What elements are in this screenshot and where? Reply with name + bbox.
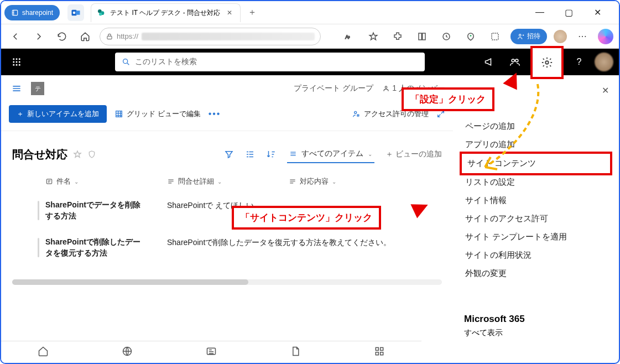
- svg-point-28: [385, 86, 388, 89]
- svg-rect-35: [376, 347, 378, 350]
- nav-news-icon[interactable]: [206, 346, 217, 359]
- settings-item-list-settings[interactable]: リストの設定: [464, 173, 608, 191]
- invite-label: 招待: [527, 32, 540, 41]
- sharepoint-favicon-icon: [97, 8, 106, 17]
- svg-point-21: [13, 64, 14, 66]
- invite-button[interactable]: 招待: [510, 29, 547, 44]
- favorite-button[interactable]: [364, 28, 382, 45]
- svg-point-31: [357, 115, 359, 116]
- text-icon: [45, 178, 53, 185]
- privacy-icon: [87, 150, 96, 159]
- minimize-button[interactable]: ―: [532, 7, 548, 18]
- settings-item-site-contents[interactable]: サイト コンテンツ: [464, 156, 608, 171]
- forward-button[interactable]: [30, 28, 48, 45]
- url-field[interactable]: https://: [100, 28, 321, 45]
- favorite-star-icon[interactable]: [73, 150, 82, 159]
- list-rows: SharePointでデータを削除する方法 SharePointで えてほしい …: [1, 192, 453, 277]
- svg-point-20: [19, 61, 20, 63]
- current-view-dropdown[interactable]: すべてのアイテム ⌄: [287, 145, 374, 163]
- nav-home-icon[interactable]: [38, 346, 49, 359]
- overflow-button[interactable]: •••: [209, 109, 221, 119]
- read-aloud-button[interactable]: A⁾⁾: [340, 28, 358, 45]
- svg-point-17: [19, 58, 20, 60]
- group-type-label: プライベート グループ: [294, 84, 373, 93]
- site-logo[interactable]: テ: [31, 82, 44, 95]
- people-button[interactable]: [505, 52, 525, 72]
- col-response-header[interactable]: 対応内容⌄: [289, 176, 355, 186]
- home-button[interactable]: [76, 28, 94, 45]
- svg-point-26: [515, 59, 518, 62]
- screenshot-button[interactable]: [486, 28, 504, 45]
- svg-point-12: [470, 35, 472, 37]
- more-button[interactable]: ⋯: [574, 28, 591, 45]
- settings-item-apply-template[interactable]: サイト テンプレートを適用: [464, 228, 608, 246]
- app-launcher-button[interactable]: [7, 52, 27, 72]
- megaphone-button[interactable]: [480, 52, 499, 72]
- profile-avatar[interactable]: [554, 30, 567, 43]
- nav-globe-icon[interactable]: [122, 346, 133, 359]
- maximize-button[interactable]: ▢: [560, 7, 577, 18]
- settings-flyout: ✕ ページの追加 アプリの追加 サイト コンテンツ リストの設定 サイト情報 サ…: [453, 75, 619, 344]
- window-controls: ― ▢ ✕: [532, 7, 616, 18]
- new-tab-button[interactable]: ＋: [244, 4, 260, 21]
- new-item-button[interactable]: ＋ 新しいアイテムを追加: [9, 105, 107, 123]
- svg-point-6: [99, 13, 102, 15]
- svg-point-18: [13, 61, 14, 63]
- close-tab-button[interactable]: ✕: [225, 8, 235, 18]
- grid-edit-button[interactable]: グリッド ビューで編集: [114, 109, 201, 119]
- collections-button[interactable]: [413, 28, 431, 45]
- search-placeholder: このリストを検索: [135, 57, 197, 67]
- sort-button[interactable]: [266, 149, 276, 159]
- pinned-tab-sharepoint[interactable]: sharepoint: [4, 5, 60, 20]
- callout-settings: 「設定」クリック: [402, 87, 494, 111]
- m365-heading: Microsoft 365: [464, 314, 608, 325]
- site-header: テ プライベート グループ 1 人のメンバー: [1, 75, 453, 102]
- command-bar: ＋ 新しいアイテムを追加 グリッド ビューで編集 ••• アクセス許可の管理: [1, 102, 453, 131]
- settings-item-site-permissions[interactable]: サイトのアクセス許可: [464, 210, 608, 228]
- svg-point-14: [519, 34, 522, 35]
- close-window-button[interactable]: ✕: [589, 7, 606, 18]
- group-button[interactable]: [245, 149, 255, 159]
- svg-rect-3: [76, 11, 80, 15]
- nav-toggle-button[interactable]: [9, 81, 24, 96]
- close-flyout-button[interactable]: ✕: [602, 85, 609, 96]
- url-redacted: [142, 33, 315, 40]
- back-button[interactable]: [7, 28, 24, 45]
- active-browser-tab[interactable]: テスト IT ヘルプ デスク - 問合せ対応 ✕: [91, 3, 241, 22]
- svg-point-2: [73, 11, 76, 14]
- performance-button[interactable]: [462, 28, 480, 45]
- nav-file-icon[interactable]: [290, 346, 301, 359]
- settings-item-site-contents-highlight: サイト コンテンツ: [460, 152, 612, 175]
- list-title: 問合せ対応: [12, 147, 67, 162]
- account-avatar[interactable]: [595, 53, 613, 71]
- extensions-button[interactable]: [389, 28, 407, 45]
- scroll-thumb[interactable]: [12, 279, 248, 285]
- m365-view-all-link[interactable]: すべて表示: [464, 328, 608, 338]
- col-detail-header[interactable]: 問合せ詳細⌄: [167, 176, 267, 186]
- refresh-button[interactable]: [53, 28, 71, 45]
- text-long-icon: [289, 178, 296, 185]
- settings-item-change-look[interactable]: 外観の変更: [464, 264, 608, 283]
- url-scheme: https://: [117, 32, 138, 40]
- col-title-header[interactable]: 件名⌄: [45, 176, 145, 186]
- bottom-quick-nav: [1, 341, 421, 363]
- settings-item-site-usage[interactable]: サイトの利用状況: [464, 246, 608, 264]
- copilot-button[interactable]: [598, 29, 613, 44]
- text-long-icon: [167, 178, 175, 185]
- help-button[interactable]: ?: [569, 52, 589, 72]
- svg-point-27: [545, 61, 549, 64]
- horizontal-scroll[interactable]: [12, 279, 442, 285]
- svg-rect-9: [419, 33, 421, 40]
- filter-button[interactable]: [224, 149, 234, 159]
- search-box[interactable]: このリストを検索: [115, 53, 425, 71]
- pinned-tab-label: sharepoint: [22, 9, 53, 17]
- settings-button[interactable]: [530, 46, 564, 79]
- history-button[interactable]: [437, 28, 455, 45]
- nav-apps-icon[interactable]: [374, 346, 385, 359]
- list-item[interactable]: SharePointで削除したデータを復元する方法 SharePointで削除し…: [12, 229, 442, 266]
- settings-item-add-page[interactable]: ページの追加: [464, 117, 608, 136]
- add-view-button[interactable]: ＋ ビューの追加: [385, 149, 442, 159]
- suite-header: このリストを検索 ?: [1, 49, 619, 75]
- pinned-tab-outlook[interactable]: [67, 4, 84, 21]
- settings-item-site-info[interactable]: サイト情報: [464, 191, 608, 210]
